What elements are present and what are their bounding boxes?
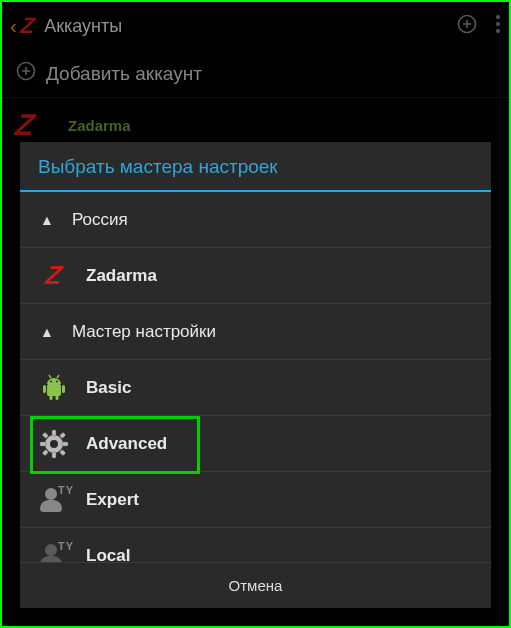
item-label: Local bbox=[86, 546, 130, 563]
svg-point-11 bbox=[56, 380, 58, 382]
list-item-expert[interactable]: TY Expert bbox=[20, 472, 491, 528]
svg-rect-14 bbox=[43, 385, 46, 393]
svg-rect-17 bbox=[56, 395, 59, 400]
dialog-title: Выбрать мастера настроек bbox=[20, 142, 491, 190]
item-label: Expert bbox=[86, 490, 139, 510]
user-tools-icon: TY bbox=[38, 484, 70, 516]
svg-point-10 bbox=[50, 380, 52, 382]
item-label: Basic bbox=[86, 378, 131, 398]
svg-rect-9 bbox=[47, 384, 61, 396]
group-row-wizard[interactable]: ▲ Мастер настройки bbox=[20, 304, 491, 360]
svg-point-27 bbox=[50, 440, 58, 448]
gear-icon bbox=[38, 428, 70, 460]
wizard-picker-dialog: Выбрать мастера настроек ▲ Россия Z Zada… bbox=[20, 142, 491, 608]
svg-line-12 bbox=[49, 375, 51, 378]
item-label: Advanced bbox=[86, 434, 167, 454]
chevron-up-icon: ▲ bbox=[38, 212, 56, 228]
cancel-label: Отмена bbox=[229, 577, 283, 594]
group-row-country[interactable]: ▲ Россия bbox=[20, 192, 491, 248]
list-item-basic[interactable]: Basic bbox=[20, 360, 491, 416]
android-icon bbox=[38, 372, 70, 404]
list-item-local[interactable]: TY Local bbox=[20, 528, 491, 562]
svg-rect-16 bbox=[50, 395, 53, 400]
group-label: Россия bbox=[72, 210, 128, 230]
list-item-advanced[interactable]: Advanced bbox=[20, 416, 491, 472]
item-label: Zadarma bbox=[86, 266, 157, 286]
list-item-zadarma[interactable]: Z Zadarma bbox=[20, 248, 491, 304]
cancel-button[interactable]: Отмена bbox=[20, 562, 491, 608]
zadarma-logo-icon: Z bbox=[38, 260, 70, 292]
svg-rect-22 bbox=[62, 442, 68, 446]
chevron-up-icon: ▲ bbox=[38, 324, 56, 340]
dialog-body: ▲ Россия Z Zadarma ▲ Мастер настройки bbox=[20, 192, 491, 562]
svg-rect-21 bbox=[40, 442, 46, 446]
group-label: Мастер настройки bbox=[72, 322, 216, 342]
user-tools-icon: TY bbox=[38, 540, 70, 563]
svg-line-13 bbox=[57, 375, 59, 378]
svg-rect-15 bbox=[62, 385, 65, 393]
svg-rect-19 bbox=[52, 430, 56, 436]
svg-rect-20 bbox=[52, 452, 56, 458]
